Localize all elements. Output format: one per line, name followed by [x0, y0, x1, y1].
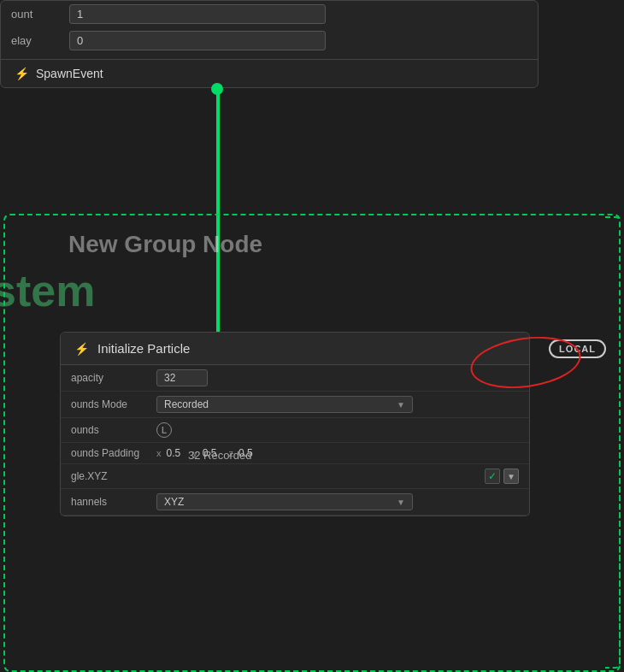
count-row: ount 1 — [1, 1, 538, 27]
channels-row: hannels XYZ ▼ — [61, 489, 529, 516]
bounds-padding-label: ounds Padding — [71, 447, 156, 459]
count-input[interactable]: 1 — [69, 4, 326, 24]
angle-chevron-icon[interactable]: ▼ — [503, 469, 519, 484]
bounds-label: ounds — [71, 424, 156, 436]
bounds-mode-label: ounds Mode — [71, 398, 156, 410]
capacity-row: apacity 32 — [61, 365, 529, 392]
bounds-mode-value: Recorded — [164, 398, 209, 410]
count-label: ount — [11, 8, 62, 21]
capacity-label: apacity — [71, 372, 156, 384]
x-label: x — [156, 448, 162, 458]
spawn-event-header: ⚡ SpawnEvent — [1, 59, 538, 87]
init-lightning-icon: ⚡ — [74, 342, 89, 356]
bounds-mode-dropdown[interactable]: Recorded ▼ — [156, 396, 413, 413]
recorded-text: 32 Recorded — [188, 449, 251, 462]
x-value[interactable]: 0.5 — [167, 447, 181, 459]
angle-xyz-row: gle.XYZ ✓ ▼ — [61, 464, 529, 489]
l-icon[interactable]: L — [156, 422, 172, 438]
channels-dropdown[interactable]: XYZ ▼ — [156, 493, 413, 510]
delay-input[interactable]: 0 — [69, 31, 326, 50]
capacity-input[interactable]: 32 — [156, 369, 208, 386]
local-badge[interactable]: LOCAL — [549, 339, 606, 358]
main-canvas: ount 1 elay 0 ⚡ SpawnEvent stem New Grou… — [0, 0, 624, 672]
channels-label: hannels — [71, 496, 156, 508]
channels-value: XYZ — [164, 496, 184, 508]
angle-label: gle.XYZ — [71, 470, 485, 482]
lightning-icon: ⚡ — [15, 67, 29, 80]
angle-checkbox[interactable]: ✓ — [485, 469, 500, 484]
init-particle-node: ⚡ Initialize Particle LOCAL apacity 32 o… — [60, 332, 530, 516]
dropdown-arrow-icon: ▼ — [397, 400, 405, 410]
delay-label: elay — [11, 34, 62, 47]
init-node-title: Initialize Particle — [97, 341, 190, 356]
spawn-event-title: SpawnEvent — [36, 67, 103, 80]
bounds-mode-row: ounds Mode Recorded ▼ — [61, 392, 529, 418]
channels-dropdown-arrow-icon: ▼ — [397, 498, 405, 507]
delay-row: elay 0 — [1, 27, 538, 54]
init-node-header: ⚡ Initialize Particle LOCAL — [61, 333, 529, 365]
bounds-padding-row: ounds Padding x 0.5 y 0.5 z 0.5 — [61, 443, 529, 464]
bounds-row: ounds L — [61, 418, 529, 443]
